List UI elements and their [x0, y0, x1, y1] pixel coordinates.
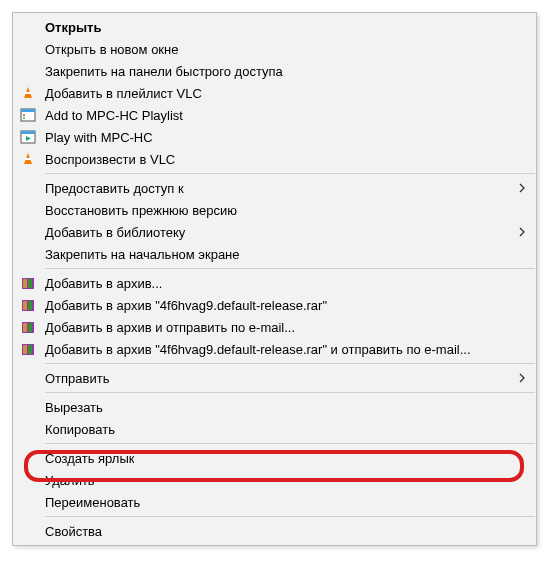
menu-label: Добавить в архив "4f6hvag9.default-relea… [45, 298, 327, 313]
menu-label: Добавить в библиотеку [45, 225, 185, 240]
svg-rect-10 [25, 158, 31, 160]
menu-add-mpc-playlist[interactable]: Add to MPC-HC Playlist [13, 104, 536, 126]
menu-label: Переименовать [45, 495, 140, 510]
menu-label: Создать ярлык [45, 451, 134, 466]
menu-label: Add to MPC-HC Playlist [45, 108, 183, 123]
menu-open-new-window[interactable]: Открыть в новом окне [13, 38, 536, 60]
winrar-icon [19, 318, 37, 336]
menu-label: Play with MPC-HC [45, 130, 153, 145]
menu-open[interactable]: Открыть [13, 16, 536, 38]
menu-label: Отправить [45, 371, 109, 386]
separator [45, 392, 535, 393]
menu-restore-prev[interactable]: Восстановить прежнюю версию [13, 199, 536, 221]
menu-label: Удалить [45, 473, 95, 488]
menu-create-shortcut[interactable]: Создать ярлык [13, 447, 536, 469]
blank-icon [19, 398, 37, 416]
menu-label: Закрепить на панели быстрого доступа [45, 64, 283, 79]
menu-add-library[interactable]: Добавить в библиотеку [13, 221, 536, 243]
menu-label: Вырезать [45, 400, 103, 415]
menu-rename[interactable]: Переименовать [13, 491, 536, 513]
menu-add-archive[interactable]: Добавить в архив... [13, 272, 536, 294]
blank-icon [19, 179, 37, 197]
svg-point-5 [23, 117, 25, 119]
blank-icon [19, 493, 37, 511]
blank-icon [19, 522, 37, 540]
blank-icon [19, 420, 37, 438]
separator [45, 363, 535, 364]
menu-label: Воспроизвести в VLC [45, 152, 175, 167]
menu-send-to[interactable]: Отправить [13, 367, 536, 389]
blank-icon [19, 40, 37, 58]
svg-rect-7 [21, 131, 35, 134]
menu-label: Восстановить прежнюю версию [45, 203, 237, 218]
mpc-play-icon [19, 128, 37, 146]
context-menu: Открыть Открыть в новом окне Закрепить н… [12, 12, 537, 546]
svg-rect-1 [25, 92, 31, 94]
menu-label: Свойства [45, 524, 102, 539]
menu-label: Открыть в новом окне [45, 42, 178, 57]
menu-label: Открыть [45, 20, 101, 35]
svg-rect-12 [23, 279, 27, 288]
svg-rect-22 [28, 345, 32, 354]
menu-give-access[interactable]: Предоставить доступ к [13, 177, 536, 199]
menu-play-vlc[interactable]: Воспроизвести в VLC [13, 148, 536, 170]
menu-copy[interactable]: Копировать [13, 418, 536, 440]
menu-properties[interactable]: Свойства [13, 520, 536, 542]
mpc-playlist-icon [19, 106, 37, 124]
submenu-arrow-icon [518, 183, 526, 193]
vlc-icon [19, 84, 37, 102]
blank-icon [19, 245, 37, 263]
menu-label: Добавить в архив... [45, 276, 162, 291]
blank-icon [19, 449, 37, 467]
blank-icon [19, 18, 37, 36]
submenu-arrow-icon [518, 373, 526, 383]
svg-point-4 [23, 114, 25, 116]
winrar-icon [19, 296, 37, 314]
separator [45, 268, 535, 269]
blank-icon [19, 201, 37, 219]
blank-icon [19, 471, 37, 489]
menu-cut[interactable]: Вырезать [13, 396, 536, 418]
svg-rect-16 [28, 301, 32, 310]
svg-rect-13 [28, 279, 32, 288]
separator [45, 173, 535, 174]
menu-label: Добавить в архив и отправить по e-mail..… [45, 320, 295, 335]
menu-delete[interactable]: Удалить [13, 469, 536, 491]
menu-label: Предоставить доступ к [45, 181, 184, 196]
menu-label: Копировать [45, 422, 115, 437]
menu-pin-quick-access[interactable]: Закрепить на панели быстрого доступа [13, 60, 536, 82]
winrar-icon [19, 340, 37, 358]
separator [45, 516, 535, 517]
svg-rect-19 [28, 323, 32, 332]
svg-rect-21 [23, 345, 27, 354]
menu-pin-start[interactable]: Закрепить на начальном экране [13, 243, 536, 265]
menu-add-archive-name-email[interactable]: Добавить в архив "4f6hvag9.default-relea… [13, 338, 536, 360]
winrar-icon [19, 274, 37, 292]
blank-icon [19, 62, 37, 80]
submenu-arrow-icon [518, 227, 526, 237]
menu-label: Закрепить на начальном экране [45, 247, 240, 262]
blank-icon [19, 369, 37, 387]
vlc-icon [19, 150, 37, 168]
blank-icon [19, 223, 37, 241]
separator [45, 443, 535, 444]
svg-rect-3 [21, 109, 35, 112]
menu-label: Добавить в архив "4f6hvag9.default-relea… [45, 342, 471, 357]
svg-rect-15 [23, 301, 27, 310]
menu-add-archive-email[interactable]: Добавить в архив и отправить по e-mail..… [13, 316, 536, 338]
menu-add-vlc-playlist[interactable]: Добавить в плейлист VLC [13, 82, 536, 104]
menu-add-archive-name[interactable]: Добавить в архив "4f6hvag9.default-relea… [13, 294, 536, 316]
menu-label: Добавить в плейлист VLC [45, 86, 202, 101]
menu-play-mpc[interactable]: Play with MPC-HC [13, 126, 536, 148]
svg-rect-18 [23, 323, 27, 332]
